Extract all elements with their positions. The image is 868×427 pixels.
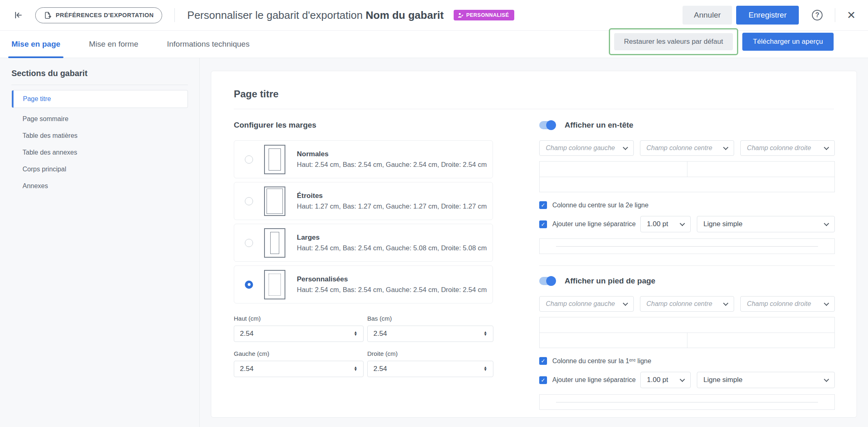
thickness-value: 1.00 pt xyxy=(647,376,668,384)
stepper-icon[interactable]: ▲▼ xyxy=(484,331,487,336)
margin-option-personnalisees[interactable]: Personnalisées Haut: 2.54 cm, Bas: 2.54 … xyxy=(234,265,493,303)
collapse-sidebar-button[interactable] xyxy=(12,9,24,21)
header-select-right-column[interactable]: Champ colonne droite xyxy=(740,140,835,156)
footer-preview-cell xyxy=(540,317,834,333)
header-separator-checkbox[interactable]: ✓ xyxy=(539,220,547,228)
footer-separator-style-select[interactable]: Ligne simple xyxy=(697,372,835,388)
footer-select-left-column[interactable]: Champ colonne gauche xyxy=(539,296,634,312)
stepper-icon[interactable]: ▲▼ xyxy=(354,366,357,371)
footer-preview-table xyxy=(539,317,835,348)
header-preview-cell xyxy=(687,162,835,177)
user-edit-icon xyxy=(458,13,463,18)
tab-mise-en-forme[interactable]: Mise en forme xyxy=(87,31,140,58)
personalized-badge-label: PERSONNALISÉ xyxy=(466,12,509,18)
margin-option-details: Haut: 2.54 cm, Bas: 2.54 cm, Gauche: 2.5… xyxy=(297,286,487,294)
footer-preview-row-2 xyxy=(540,333,834,348)
page-margins-custom-icon xyxy=(264,270,285,299)
margin-option-normales[interactable]: Normales Haut: 2.54 cm, Bas: 2.54 cm, Ga… xyxy=(234,140,493,178)
header-separator-style-select[interactable]: Ligne simple xyxy=(697,216,835,232)
close-button[interactable]: ✕ xyxy=(835,10,856,20)
header-select-left-column[interactable]: Champ colonne gauche xyxy=(539,140,634,156)
export-preferences-button[interactable]: PRÉFÉRENCES D'EXPORTATION xyxy=(35,7,162,23)
sidebar-item-annexes[interactable]: Annexes xyxy=(11,178,188,194)
field-gauche: Gauche (cm) 2.54 ▲▼ xyxy=(234,350,364,377)
select-placeholder: Champ colonne centre xyxy=(646,144,712,152)
header-selects-row: Champ colonne gauche Champ colonne centr… xyxy=(539,140,835,156)
sidebar-item-page-sommaire[interactable]: Page sommaire xyxy=(11,110,188,127)
margins-heading: Configurer les marges xyxy=(234,121,493,130)
droite-value: 2.54 xyxy=(373,365,387,373)
tab-informations-techniques[interactable]: Informations techniques xyxy=(165,31,251,58)
footer-select-right-column[interactable]: Champ colonne droite xyxy=(740,296,835,312)
tabbar-actions: Restaurer les valeurs par défaut Télécha… xyxy=(609,28,834,55)
droite-input[interactable]: 2.54 ▲▼ xyxy=(367,361,493,377)
margin-option-etroites[interactable]: Étroites Haut: 1.27 cm, Bas: 1.27 cm, Ga… xyxy=(234,182,493,220)
save-button[interactable]: Enregistrer xyxy=(736,6,799,25)
header-separator-thickness-select[interactable]: 1.00 pt xyxy=(640,216,691,232)
radio-personnalisees[interactable] xyxy=(245,281,253,289)
stepper-down-icon[interactable]: ▼ xyxy=(354,369,357,371)
footer-separator-preview xyxy=(539,394,835,410)
header-center-checkbox-label: Colonne du centre sur la 2e ligne xyxy=(552,202,649,209)
gauche-input[interactable]: 2.54 ▲▼ xyxy=(234,361,364,377)
header-preview-row-1 xyxy=(540,162,834,177)
header-separator-row: ✓ Ajouter une ligne séparatrice 1.00 pt … xyxy=(539,216,835,232)
section-title: Page titre xyxy=(234,88,834,100)
restore-defaults-highlight: Restaurer les valeurs par défaut xyxy=(609,28,738,55)
footer-separator-thickness-select[interactable]: 1.00 pt xyxy=(640,372,691,388)
chevron-down-icon xyxy=(824,145,829,150)
radio-etroites[interactable] xyxy=(245,197,253,205)
chevron-down-icon xyxy=(824,301,829,306)
close-icon: ✕ xyxy=(847,10,856,20)
footer-select-center-column[interactable]: Champ colonne centre xyxy=(640,296,735,312)
header-center-checkbox[interactable]: ✓ xyxy=(539,201,547,209)
header-separator-preview xyxy=(539,238,835,254)
footer-center-checkbox-label: Colonne du centre sur la 1ᵉʳᵉ ligne xyxy=(552,357,651,365)
template-name: Nom du gabarit xyxy=(366,9,444,21)
sidebar-item-corps-principal[interactable]: Corps principal xyxy=(11,161,188,178)
header-center-checkbox-row: ✓ Colonne du centre sur la 2e ligne xyxy=(539,201,835,209)
header-footer-divider xyxy=(539,265,835,266)
sidebar-item-table-des-matieres[interactable]: Table des matières xyxy=(11,127,188,144)
page-margins-narrow-icon xyxy=(264,187,285,216)
margin-option-title: Larges xyxy=(297,234,487,242)
footer-separator-checkbox-row: ✓ Ajouter une ligne séparatrice xyxy=(539,376,636,384)
radio-larges[interactable] xyxy=(245,239,253,247)
footer-center-checkbox[interactable]: ✓ xyxy=(539,357,547,365)
stepper-icon[interactable]: ▲▼ xyxy=(354,331,357,336)
footer-preview-row-1 xyxy=(540,317,834,333)
bas-input[interactable]: 2.54 ▲▼ xyxy=(367,326,493,342)
bas-value: 2.54 xyxy=(373,330,387,338)
field-gauche-label: Gauche (cm) xyxy=(234,350,364,357)
margins-column: Configurer les marges Normales Haut: 2.5… xyxy=(234,121,493,410)
margin-option-larges[interactable]: Larges Haut: 2.54 cm, Bas: 2.54 cm, Gauc… xyxy=(234,224,493,262)
sidebar-item-table-des-annexes[interactable]: Table des annexes xyxy=(11,144,188,161)
stepper-icon[interactable]: ▲▼ xyxy=(484,366,487,371)
export-preferences-label: PRÉFÉRENCES D'EXPORTATION xyxy=(56,12,154,18)
stepper-down-icon[interactable]: ▼ xyxy=(484,369,487,371)
margin-option-text: Personnalisées Haut: 2.54 cm, Bas: 2.54 … xyxy=(297,275,487,294)
stepper-down-icon[interactable]: ▼ xyxy=(354,334,357,336)
header-preview-table xyxy=(539,161,835,192)
stepper-down-icon[interactable]: ▼ xyxy=(484,334,487,336)
header-footer-column: Afficher un en-tête Champ colonne gauche… xyxy=(539,121,835,410)
help-button[interactable]: ? xyxy=(799,10,823,20)
main-card: Page titre Configurer les marges Normale… xyxy=(211,71,857,418)
cancel-button[interactable]: Annuler xyxy=(683,6,732,25)
header-select-center-column[interactable]: Champ colonne centre xyxy=(640,140,735,156)
margin-option-details: Haut: 1.27 cm, Bas: 1.27 cm, Gauche: 1.2… xyxy=(297,202,487,210)
footer-toggle[interactable] xyxy=(539,277,555,285)
header-preview-row-2 xyxy=(540,177,834,192)
haut-input[interactable]: 2.54 ▲▼ xyxy=(234,326,364,342)
footer-separator-checkbox-label: Ajouter une ligne séparatrice xyxy=(552,376,636,384)
sidebar-item-page-titre[interactable]: Page titre xyxy=(11,90,188,108)
header-toggle-row: Afficher un en-tête xyxy=(539,121,835,130)
margin-option-text: Larges Haut: 2.54 cm, Bas: 2.54 cm, Gauc… xyxy=(297,234,487,252)
header-toggle[interactable] xyxy=(539,121,555,129)
download-preview-button[interactable]: Télécharger un aperçu xyxy=(742,33,834,51)
tab-mise-en-page[interactable]: Mise en page xyxy=(10,31,62,58)
radio-normales[interactable] xyxy=(245,155,253,164)
footer-separator-checkbox[interactable]: ✓ xyxy=(539,376,547,384)
page-margins-wide-icon xyxy=(264,228,285,258)
restore-defaults-button[interactable]: Restaurer les valeurs par défaut xyxy=(614,33,733,50)
